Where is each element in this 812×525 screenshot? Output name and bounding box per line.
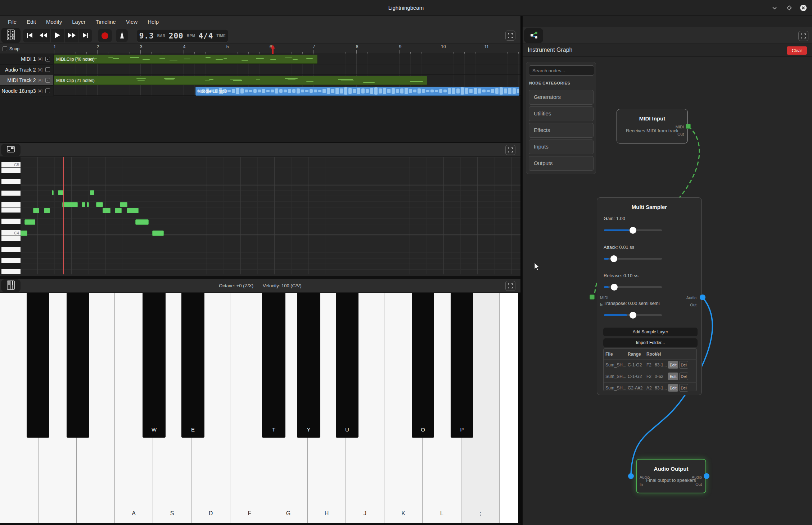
track-header-3[interactable]: MIDI Track 2[A]- [0,75,53,86]
track-header-1[interactable]: MIDI 1[A]- [0,54,53,64]
midi-note[interactable] [152,230,164,236]
edit-layer-button[interactable]: Edit [668,361,678,369]
category-outputs[interactable]: Outputs [529,156,594,171]
edit-layer-button[interactable]: Edit [668,373,678,380]
skip-end-button[interactable] [78,29,92,42]
keyboard-popout-button[interactable] [1,279,21,292]
strip-white-key[interactable] [1,191,21,196]
delete-layer-button[interactable]: Del [679,373,688,380]
menu-item-file[interactable]: File [4,17,21,26]
category-generators[interactable]: Generators [529,90,594,105]
midi-note[interactable] [44,208,50,213]
close-icon[interactable] [799,4,807,12]
delete-layer-button[interactable]: Del [679,361,688,369]
graph-fullscreen-button[interactable] [798,31,808,41]
strip-white-key[interactable] [1,207,21,213]
menu-item-modify[interactable]: Modify [42,17,66,26]
category-inputs[interactable]: Inputs [529,140,594,154]
midi-note[interactable] [103,208,110,213]
black-key-P[interactable]: P [451,293,473,438]
transport-display[interactable]: 9.3 BAR 200 BPM 4/4 TIME [137,29,228,42]
midi-note[interactable] [135,219,149,225]
black-key-W[interactable]: W [143,293,166,438]
slider-thumb[interactable] [611,284,618,291]
play-button[interactable] [51,29,65,42]
piano-roll-key-strip[interactable]: C5C4 [0,157,21,274]
menu-item-edit[interactable]: Edit [22,17,40,26]
category-effects[interactable]: Effects [529,123,594,138]
param-slider[interactable] [604,258,662,260]
sampler-audio-out-port[interactable] [700,295,705,300]
track-header-4[interactable]: Noodle 18.mp3[A]- [0,86,53,96]
strip-white-key[interactable] [1,236,21,241]
clear-graph-button[interactable]: Clear [787,46,807,55]
strip-white-key[interactable]: C5 [1,162,21,167]
midi-note[interactable] [82,202,85,207]
param-slider[interactable] [604,314,662,316]
keyboard-fullscreen-button[interactable] [505,281,515,291]
strip-white-key[interactable] [1,168,21,173]
midi-note[interactable] [58,190,64,195]
white-key[interactable] [500,293,518,523]
metronome-button[interactable] [116,29,128,42]
midi-note[interactable] [52,190,54,195]
track-toggle-button[interactable]: - [45,57,50,61]
midi-clip[interactable]: MIDI Clip (21 notes) [54,76,427,85]
strip-white-key[interactable]: C4 [1,230,21,236]
midi-note[interactable] [62,202,78,207]
graph-canvas[interactable]: NODE CATEGORIES GeneratorsUtilitiesEffec… [523,57,812,525]
black-key-U[interactable]: U [336,293,358,438]
search-input[interactable] [529,65,594,76]
record-button[interactable] [98,29,112,42]
node-graph-mode-button[interactable] [524,28,543,43]
midi-note[interactable] [90,190,94,195]
strip-white-key[interactable] [1,219,21,224]
film-timeline-button[interactable] [1,28,21,43]
midi-note[interactable] [21,230,27,236]
audio-in-port[interactable] [628,473,634,479]
maximize-icon[interactable] [785,4,793,12]
slider-thumb[interactable] [630,227,636,234]
strip-white-key[interactable] [1,258,21,263]
slider-thumb[interactable] [610,255,617,262]
strip-white-key[interactable] [1,247,21,252]
strip-white-key[interactable] [1,269,21,274]
rewind-button[interactable] [37,29,51,42]
black-key-Y[interactable]: Y [297,293,320,438]
strip-white-key[interactable] [1,179,21,184]
track-header-2[interactable]: Audio Track 2[A]- [0,65,53,75]
audio-clip[interactable]: Noodle 18.mp3 [195,87,519,96]
minimize-icon[interactable] [771,4,779,12]
sampler-midi-in-port[interactable] [590,295,595,300]
audio-output-node[interactable]: Audio Output Final output to speakers Au… [636,459,706,493]
timeline-empty-area[interactable] [0,96,520,142]
track-toggle-button[interactable]: - [45,78,50,83]
black-key[interactable] [67,293,89,438]
skip-start-button[interactable] [23,29,37,42]
midi-note[interactable] [115,208,122,213]
piano-roll-playhead[interactable] [63,157,64,274]
midi-note[interactable] [96,202,103,207]
midi-out-port[interactable] [686,124,691,129]
timeline-grid[interactable]: MIDI Clip (40 notes)MIDI Clip (21 notes)… [54,54,520,96]
panel-divider[interactable] [0,276,520,279]
black-key-E[interactable]: E [181,293,204,438]
timeline-fullscreen-button[interactable] [505,31,515,41]
menu-item-help[interactable]: Help [143,17,163,26]
param-slider[interactable] [604,286,662,288]
menu-item-layer[interactable]: Layer [68,17,90,26]
snap-checkbox[interactable] [3,46,7,51]
menu-item-timeline[interactable]: Timeline [91,17,120,26]
import-folder-button[interactable]: Import Folder... [603,338,698,347]
slider-thumb[interactable] [630,312,636,319]
piano-roll-popout-button[interactable] [1,144,21,156]
midi-clip[interactable]: MIDI Clip (40 notes) [54,55,317,64]
edit-layer-button[interactable]: Edit [668,384,678,392]
audio-out-port[interactable] [704,473,709,479]
multi-sampler-node[interactable]: Multi Sampler Gain: 1.00Attack: 0.01 ssR… [597,197,702,395]
category-utilities[interactable]: Utilities [529,106,594,121]
strip-white-key[interactable] [1,202,21,207]
black-key[interactable] [27,293,49,438]
add-sample-layer-button[interactable]: Add Sample Layer [603,328,698,336]
midi-note[interactable] [87,202,89,207]
